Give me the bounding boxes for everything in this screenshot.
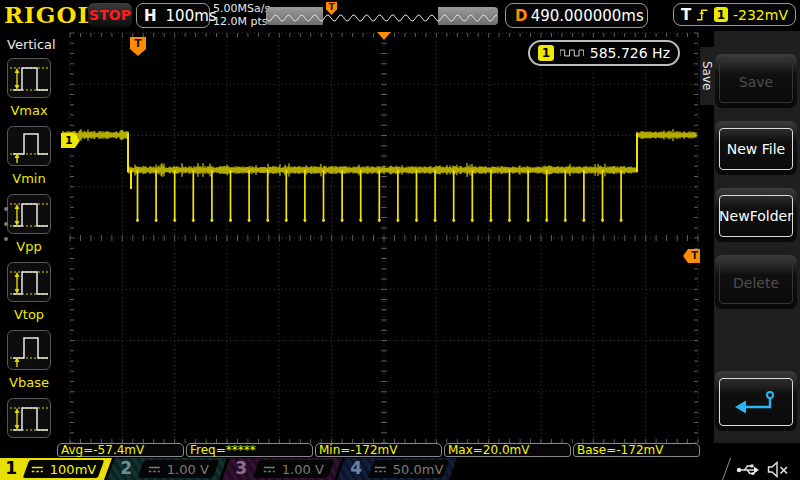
new-file-button-label: New File [719,128,793,170]
vamp-icon [7,398,51,438]
new-folder-button[interactable]: NewFolder [715,188,797,242]
vtop-icon [7,262,51,302]
measurement-freq: Freq=***** [186,443,313,457]
timebase-value: 100ms [166,7,217,25]
freq-counter-channel-chip: 1 [538,45,554,61]
graticule-and-trace [57,31,700,444]
trigger-source-chip: 1 [714,7,728,22]
measure-item-label: Vbase [6,375,52,390]
memory-waveform-preview [266,7,498,25]
usb-icon [736,462,760,477]
delay-label: D [515,7,527,25]
channel-scale: 1.00 V [167,462,209,477]
delay-box[interactable]: D 490.000000ms [505,3,648,28]
measure-item-vmin[interactable]: Vmin [6,126,52,186]
channel-2-badge[interactable]: 2 1.00 V [107,458,227,480]
dc-coupling-icon [374,465,387,474]
measure-item-label: Vpp [6,239,52,254]
measure-item-label: Vmin [6,171,52,186]
measure-category-title: Vertical [7,37,56,52]
trigger-level-value: -232mV [733,7,788,23]
screen-center-marker [377,32,391,40]
measurement-max: Max=20.0mV [444,443,571,457]
freq-counter-value: 585.726 Hz [590,45,670,61]
channel-4-badge[interactable]: 4 50.0mV [337,458,457,480]
channel-status-bar: 1 100mV 2 1.00 V 3 [0,458,800,480]
menu-tab-label: Save [700,47,714,105]
channel-number: 1 [5,458,17,478]
trigger-label: T [681,6,691,24]
measure-item-label: Vmax [6,103,52,118]
new-folder-button-label: NewFolder [719,195,793,237]
waveform-position-bar[interactable] [266,7,498,25]
vbase-icon [7,330,51,370]
channel-number: 2 [120,458,132,478]
measure-item-vpp[interactable]: Vpp [6,194,52,254]
run-state-indicator[interactable]: STOP [88,3,132,27]
oscilloscope-screen: RIGOL STOP H 100ms 5.00MSa/s 12.0M pts T… [0,0,800,480]
delete-button-label: Delete [719,262,793,304]
sample-rate: 5.00MSa/s [213,2,270,15]
dc-coupling-icon [263,465,276,474]
rising-edge-icon [696,7,708,23]
back-button[interactable] [715,371,797,431]
channel-scale: 100mV [50,462,96,477]
frequency-counter-badge: 1 585.726 Hz [528,40,680,66]
save-button-label: Save [719,61,793,103]
rigol-logo: RIGOL [4,1,95,28]
back-button-face [719,378,793,426]
trigger-box[interactable]: T 1 -232mV [673,3,796,26]
memory-depth: 12.0M pts [213,15,270,28]
waveform-display: T 1 T 1 585.726 Hz [57,31,700,444]
channel-3-badge[interactable]: 3 1.00 V [222,458,342,480]
scroll-indicator-dots [4,207,8,241]
delay-value: 490.000000ms [527,7,647,25]
dc-coupling-icon [31,465,44,474]
measurement-base: Base=-172mV [573,443,700,457]
measurement-min: Min=-172mV [315,443,442,457]
square-wave-icon [560,46,584,60]
measurement-avg: Avg=-57.4mV [57,443,184,457]
dc-coupling-icon [148,465,161,474]
measure-item-vtop[interactable]: Vtop [6,262,52,322]
channel-scale: 1.00 V [282,462,324,477]
vmin-icon [7,126,51,166]
left-measure-sidebar: Vertical Vmax Vmin Vpp Vtop Vbase Vamp [0,31,57,444]
horizontal-label: H [144,7,157,25]
speaker-muted-icon [767,461,789,478]
top-status-bar: RIGOL STOP H 100ms 5.00MSa/s 12.0M pts T… [0,0,800,32]
horizontal-timebase[interactable]: H 100ms [136,3,210,28]
status-icons [736,461,789,478]
status-divider [722,458,731,480]
measure-item-label: Vtop [6,307,52,322]
soft-menu: Save Save New File NewFolder Delete [700,31,800,444]
save-button[interactable]: Save [715,54,797,108]
delete-button[interactable]: Delete [715,255,797,309]
measurement-results-bar: Avg=-57.4mV Freq=***** Min=-172mV Max=20… [0,443,800,458]
vmax-icon [7,58,51,98]
new-file-button[interactable]: New File [715,121,797,175]
channel-number: 3 [235,458,247,478]
channel-scale: 50.0mV [393,462,444,477]
measure-item-vbase[interactable]: Vbase [6,330,52,390]
acquisition-info: 5.00MSa/s 12.0M pts [213,2,270,28]
vpp-icon [7,194,51,234]
channel-1-badge[interactable]: 1 100mV [0,458,112,480]
measure-item-vmax[interactable]: Vmax [6,58,52,118]
return-arrow-icon [733,388,779,416]
channel-number: 4 [350,458,362,478]
